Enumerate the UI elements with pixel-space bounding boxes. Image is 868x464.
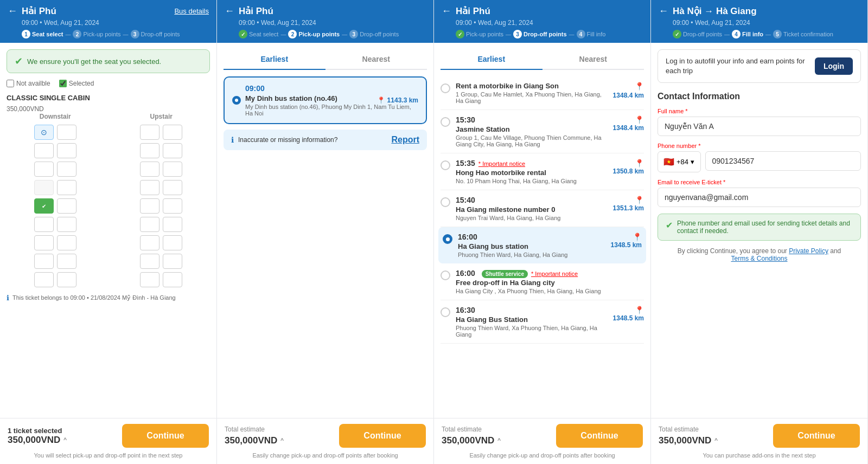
- seat-u16[interactable]: [163, 254, 182, 269]
- privacy-link[interactable]: Private Policy: [789, 247, 828, 255]
- seat-d2[interactable]: [34, 143, 54, 158]
- tab-nearest-p3[interactable]: Nearest: [542, 49, 644, 70]
- p1-caret[interactable]: ^: [63, 436, 67, 444]
- dropoff-addr-0: 1 Group, Cau Me Hamlet, Xa Phuong Thien,…: [456, 91, 608, 104]
- panel1-header: ← Hải Phú Bus details 09:00 • Wed, Aug 2…: [0, 0, 216, 43]
- back-button-p4[interactable]: ←: [659, 5, 668, 17]
- important-link-5[interactable]: * Important notice: [531, 270, 578, 277]
- check-icon-p4: ✔: [666, 220, 673, 230]
- seat-d5[interactable]: [57, 162, 76, 177]
- pickup-option[interactable]: 09:00 My Dinh bus station (no.46) My Din…: [224, 76, 427, 124]
- dropoff-radio-4: [443, 234, 452, 244]
- phone-prefix[interactable]: 🇻🇳 +84 ▾: [658, 151, 701, 172]
- seat-u12[interactable]: [163, 217, 182, 232]
- vn-flag: 🇻🇳: [663, 157, 674, 167]
- seat-u13[interactable]: [140, 235, 159, 250]
- email-field: Email to receive E-ticket *: [658, 179, 861, 207]
- dropoff-item-6[interactable]: 16:30 Ha Giang Bus Station Phuong Thien …: [441, 300, 644, 344]
- cabin-price: 350,000VND: [7, 105, 210, 113]
- p3-step-num-1: ✓: [456, 30, 464, 38]
- dropoff-time-2: 15:35: [456, 159, 475, 167]
- dropoff-time-4: 16:00: [458, 233, 605, 241]
- back-button-p3[interactable]: ←: [442, 5, 451, 17]
- dropoff-item-1[interactable]: 15:30 Jasmine Station Group 1, Cau Me Vi…: [441, 110, 644, 153]
- p4-caret[interactable]: ^: [714, 437, 718, 444]
- downstair-grid: ⊙ ✔: [7, 125, 104, 287]
- panel3-header: ← Hải Phú 09:00 • Wed, Aug 21, 2024 ✓ Pi…: [434, 0, 650, 43]
- dropoff-radio-2: [441, 160, 450, 170]
- na-checkbox[interactable]: [7, 80, 14, 87]
- dropoff-item-5[interactable]: 16:00 Shuttle service * Important notice…: [441, 263, 644, 300]
- dropoff-time-5: 16:00: [456, 269, 475, 278]
- p4-subtitle: 09:00 • Wed, Aug 21, 2024: [673, 19, 860, 27]
- dropoff-item-0[interactable]: Rent a motorbike in Giang Son 1 Group, C…: [441, 76, 644, 110]
- seat-u3[interactable]: [140, 143, 159, 158]
- dropoff-item-3[interactable]: 15:40 Ha Giang milestone number 0 Nguyen…: [441, 190, 644, 227]
- seat-u8[interactable]: [163, 180, 182, 195]
- na-label: Not availble: [16, 80, 50, 87]
- ticket-note: ℹ This ticket belongs to 09:00 • 21/08/2…: [7, 294, 210, 302]
- p3-title: Hải Phú: [456, 5, 643, 17]
- seat-legend: Not availble Selected: [7, 80, 210, 87]
- pickup-addr: My Dinh bus station (no.46), Phuong My D…: [245, 104, 418, 117]
- report-link[interactable]: Report: [391, 135, 419, 145]
- tab-nearest-p2[interactable]: Nearest: [326, 49, 427, 70]
- seat-d9[interactable]: [57, 198, 76, 214]
- bus-details-link[interactable]: Bus details: [174, 7, 209, 15]
- seat-u10[interactable]: [163, 198, 182, 214]
- p4-continue-btn[interactable]: Continue: [773, 424, 860, 448]
- seat-u15[interactable]: [140, 254, 159, 269]
- p2-step-seat: Seat select: [249, 31, 278, 37]
- dropoff-item-2[interactable]: 15:35 * Important notice Hong Hao motorb…: [441, 153, 644, 190]
- p2-steps: ✓ Seat select — 2 Pick-up points — 3 Dro…: [239, 30, 426, 38]
- email-input[interactable]: [658, 188, 861, 207]
- seat-d1[interactable]: [57, 125, 76, 140]
- location-icon-d6: 📍: [635, 306, 644, 314]
- seat-d7[interactable]: [57, 180, 76, 195]
- login-button[interactable]: Login: [815, 57, 853, 75]
- seat-u9[interactable]: [140, 198, 159, 214]
- seat-u17[interactable]: [140, 272, 159, 287]
- p1-continue-btn[interactable]: Continue: [122, 424, 209, 448]
- seat-d13[interactable]: [57, 235, 76, 250]
- seat-u11[interactable]: [140, 217, 159, 232]
- p2-continue-btn[interactable]: Continue: [339, 424, 426, 448]
- seat-d15[interactable]: [57, 254, 76, 269]
- p3-caret[interactable]: ^: [497, 437, 501, 444]
- seat-u6[interactable]: [163, 162, 182, 177]
- important-link-2[interactable]: * Important notice: [478, 160, 525, 167]
- seat-d14[interactable]: [34, 254, 54, 269]
- sel-checkbox[interactable]: [59, 80, 67, 87]
- seat-d8-selected[interactable]: ✔: [34, 198, 54, 214]
- seat-d16[interactable]: [34, 272, 54, 287]
- seat-u4[interactable]: [163, 143, 182, 158]
- seat-u18[interactable]: [163, 272, 182, 287]
- p3-continue-btn[interactable]: Continue: [556, 424, 643, 448]
- seat-d4[interactable]: [34, 162, 54, 177]
- dropoff-item-4[interactable]: 16:00 Ha Giang bus station Phuong Thien …: [438, 227, 646, 263]
- seat-d12[interactable]: [34, 235, 54, 250]
- p3-step-pickup: Pick-up points: [466, 31, 503, 37]
- tab-earliest-p2[interactable]: Earliest: [224, 49, 326, 70]
- dropoff-meta-3: 📍 1351.3 km: [613, 196, 644, 212]
- step-label-seat: Seat select: [32, 31, 63, 37]
- back-button-p2[interactable]: ←: [225, 5, 234, 17]
- seat-d10[interactable]: [34, 217, 54, 232]
- tab-earliest-p3[interactable]: Earliest: [441, 49, 542, 70]
- p3-subtitle: 09:00 • Wed, Aug 21, 2024: [456, 19, 643, 27]
- seat-u1[interactable]: [140, 125, 159, 140]
- back-button-p1[interactable]: ←: [8, 5, 17, 17]
- p1-footer-row: 1 ticket selected 350,000VND ^ Continue: [8, 424, 209, 448]
- seat-d17[interactable]: [57, 272, 76, 287]
- seat-u7[interactable]: [140, 180, 159, 195]
- seat-d11[interactable]: [57, 217, 76, 232]
- seat-d3[interactable]: [57, 143, 76, 158]
- seat-u14[interactable]: [163, 235, 182, 250]
- dropoff-content-4: 16:00 Ha Giang bus station Phuong Thien …: [458, 233, 605, 258]
- seat-u5[interactable]: [140, 162, 159, 177]
- p2-caret[interactable]: ^: [280, 437, 284, 444]
- seat-u2[interactable]: [163, 125, 182, 140]
- phone-input[interactable]: [705, 151, 861, 171]
- terms-conditions-link[interactable]: Terms & Conditions: [731, 255, 787, 262]
- full-name-input[interactable]: [658, 117, 861, 136]
